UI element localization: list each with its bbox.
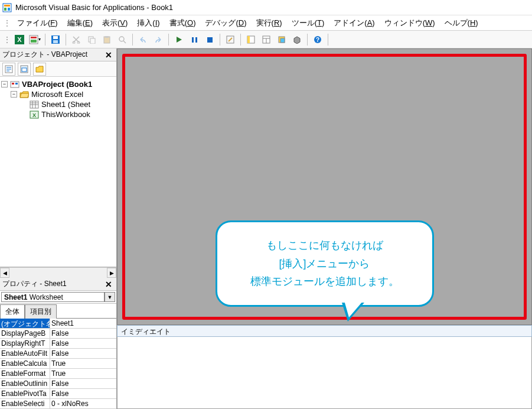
menu-debug[interactable]: デバッグ(D) (201, 16, 250, 30)
annotation-line3: 標準モジュールを追加します。 (234, 272, 416, 291)
menu-tools[interactable]: ツール(T) (288, 16, 329, 30)
design-mode-icon[interactable] (224, 33, 237, 46)
paste-icon[interactable] (100, 33, 113, 46)
property-row[interactable]: EnableFormatTrue (0, 369, 116, 379)
prop-value[interactable]: True (50, 359, 116, 368)
run-icon[interactable] (172, 33, 185, 46)
cut-icon[interactable] (70, 33, 83, 46)
scrollbar-track[interactable] (9, 268, 107, 278)
collapse-icon[interactable]: − (1, 81, 8, 87)
prop-value[interactable]: True (50, 369, 116, 378)
menu-run[interactable]: 実行(R) (252, 16, 286, 30)
prop-value[interactable]: Sheet1 (50, 319, 116, 328)
svg-rect-22 (195, 37, 197, 43)
bubble-tail (342, 303, 364, 322)
project-tree[interactable]: − VBAProject (Book1 − Microsoft Excel Sh… (0, 77, 116, 267)
collapse-icon[interactable]: − (11, 91, 17, 98)
property-row[interactable]: EnableOutlininFalse (0, 379, 116, 389)
tree-sheet1-label: Sheet1 (Sheet (41, 100, 90, 109)
workbook-icon: X (30, 111, 39, 119)
object-selector[interactable]: Sheet1 Worksheet ▼ (0, 291, 116, 304)
project-toolbar (0, 61, 116, 77)
tab-all[interactable]: 全体 (0, 304, 25, 319)
property-row[interactable]: EnableAutoFiltFalse (0, 349, 116, 359)
close-icon[interactable]: ✕ (103, 50, 114, 60)
worksheet-icon (30, 100, 39, 109)
tree-excel-folder[interactable]: − Microsoft Excel (1, 89, 115, 99)
svg-rect-11 (53, 40, 58, 43)
prop-value[interactable]: False (50, 339, 116, 348)
project-explorer-icon[interactable] (244, 33, 257, 46)
undo-icon[interactable] (136, 33, 149, 46)
property-row[interactable]: EnableSelecti0 - xlNoRes (0, 399, 116, 409)
menu-insert[interactable]: 挿入(I) (133, 16, 164, 30)
svg-line-19 (123, 41, 126, 43)
object-browser-icon[interactable] (275, 33, 288, 46)
object-name: Sheet1 (4, 293, 27, 301)
prop-name: (オブジェクト名) (0, 319, 50, 328)
tree-excel-folder-label: Microsoft Excel (31, 90, 83, 99)
excel-icon[interactable]: X (13, 33, 26, 46)
find-icon[interactable] (116, 33, 129, 46)
break-icon[interactable] (188, 33, 201, 46)
menu-help[interactable]: ヘルプ(H) (440, 16, 482, 30)
copy-icon[interactable] (85, 33, 98, 46)
redo-icon[interactable] (152, 33, 165, 46)
svg-rect-3 (8, 8, 10, 11)
menu-file[interactable]: ファイル(F) (13, 16, 62, 30)
properties-panel-title: プロパティ - Sheet1 (2, 279, 67, 289)
project-hscroll[interactable]: ◀ ▶ (0, 267, 116, 278)
property-row[interactable]: EnablePivotTaFalse (0, 389, 116, 399)
svg-rect-42 (15, 83, 18, 85)
prop-name: EnableAutoFilt (0, 349, 50, 358)
property-row[interactable]: (オブジェクト名)Sheet1 (0, 319, 116, 329)
property-row[interactable]: EnableCalculaTrue (0, 359, 116, 369)
tree-thisworkbook[interactable]: X ThisWorkbook (1, 109, 115, 119)
prop-value[interactable]: False (50, 379, 116, 388)
insert-module-icon[interactable]: ▾ (28, 33, 41, 46)
prop-value[interactable]: False (50, 349, 116, 358)
scroll-left-icon[interactable]: ◀ (0, 268, 9, 278)
prop-name: EnableSelecti (0, 399, 50, 408)
svg-rect-26 (247, 36, 250, 43)
svg-rect-21 (192, 37, 194, 43)
view-object-icon[interactable] (18, 63, 31, 76)
menu-edit[interactable]: 編集(E) (63, 16, 97, 30)
menu-view[interactable]: 表示(V) (98, 16, 132, 30)
properties-panel-header: プロパティ - Sheet1 ✕ (0, 278, 116, 291)
prop-name: EnableOutlinin (0, 379, 50, 388)
toolbar-grip: ⋮ (4, 35, 11, 44)
project-icon (10, 80, 19, 89)
menu-addin[interactable]: アドイン(A) (329, 16, 378, 30)
property-row[interactable]: DisplayPageBFalse (0, 329, 116, 339)
prop-name: DisplayRightT (0, 339, 50, 348)
svg-rect-8 (31, 40, 37, 43)
prop-name: EnablePivotTa (0, 389, 50, 398)
menubar-grip: ⋮ (4, 19, 11, 27)
object-type: Worksheet (30, 293, 63, 301)
property-row[interactable]: DisplayRightTFalse (0, 339, 116, 349)
window-title: Microsoft Visual Basic for Applications … (15, 3, 173, 12)
folder-toggle-icon[interactable] (33, 63, 46, 76)
tab-categorized[interactable]: 項目別 (25, 304, 57, 319)
properties-window-icon[interactable] (260, 33, 273, 46)
reset-icon[interactable] (203, 33, 216, 46)
close-icon[interactable]: ✕ (103, 279, 114, 290)
scroll-right-icon[interactable]: ▶ (107, 268, 116, 278)
property-grid[interactable]: (オブジェクト名)Sheet1 DisplayPageBFalse Displa… (0, 319, 116, 409)
prop-value[interactable]: False (50, 329, 116, 338)
svg-rect-2 (4, 8, 6, 11)
view-code-icon[interactable] (2, 63, 15, 76)
save-icon[interactable] (49, 33, 62, 46)
dropdown-icon[interactable]: ▼ (105, 292, 115, 302)
menu-window[interactable]: ウィンドウ(W) (380, 16, 439, 30)
tree-sheet1[interactable]: Sheet1 (Sheet (1, 99, 115, 109)
help-icon[interactable]: ? (311, 33, 324, 46)
immediate-body[interactable] (117, 337, 532, 409)
svg-marker-20 (177, 37, 182, 43)
tree-root[interactable]: − VBAProject (Book1 (1, 79, 115, 89)
menu-format[interactable]: 書式(O) (165, 16, 200, 30)
prop-value[interactable]: False (50, 389, 116, 398)
toolbox-icon[interactable] (291, 33, 303, 46)
prop-value[interactable]: 0 - xlNoRes (50, 399, 116, 408)
